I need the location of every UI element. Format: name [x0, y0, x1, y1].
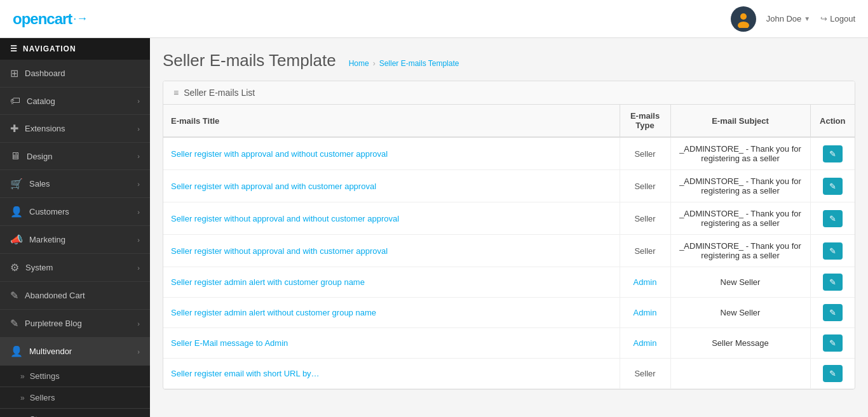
catalog-icon: 🏷: [10, 95, 20, 107]
logo: opencart ·→: [13, 10, 88, 28]
dashboard-icon: ⊞: [10, 67, 18, 79]
edit-button[interactable]: ✎: [823, 274, 843, 291]
edit-button[interactable]: ✎: [823, 145, 843, 162]
edit-button[interactable]: ✎: [823, 304, 843, 321]
chevron-down-icon: ▼: [804, 15, 810, 22]
sidebar-item-label: Catalog: [27, 96, 55, 106]
sidebar-item-label: Customers: [29, 207, 69, 216]
sidebar-subitem-sellers[interactable]: » Sellers: [0, 387, 150, 402]
edit-button[interactable]: ✎: [823, 242, 843, 260]
emails-list-card: ≡ Seller E-mails List E-mails Title E-ma…: [163, 81, 855, 390]
action-cell: ✎: [810, 328, 855, 359]
chevron-right-icon: ›: [137, 264, 140, 272]
card-header: ≡ Seller E-mails List: [163, 81, 855, 105]
breadcrumb-home[interactable]: Home: [349, 59, 369, 68]
sidebar-item-abandoned-cart[interactable]: ✎ Abandoned Cart: [0, 282, 150, 310]
extensions-icon: ✚: [10, 122, 18, 135]
sidebar-item-design[interactable]: 🖥 Design ›: [0, 143, 150, 170]
sidebar-item-marketing[interactable]: 📣 Marketing ›: [0, 226, 150, 254]
sidebar-item-system[interactable]: ⚙ System ›: [0, 254, 150, 282]
design-icon: 🖥: [10, 150, 20, 162]
col-emails-type: E-mails Type: [620, 105, 670, 137]
edit-icon: ✎: [829, 338, 836, 348]
email-title-cell: Seller register with approval and withou…: [163, 137, 620, 170]
abandoned-cart-icon: ✎: [10, 289, 18, 301]
sidebar-item-catalog[interactable]: 🏷 Catalog ›: [0, 88, 150, 115]
email-title-link[interactable]: Seller register without approval and wit…: [171, 246, 388, 256]
chevron-right-icon: ›: [137, 152, 140, 160]
edit-button[interactable]: ✎: [823, 334, 843, 352]
email-title-link[interactable]: Seller register with approval and withou…: [171, 149, 388, 159]
multivendor-icon: 👤: [10, 345, 23, 357]
sidebar-item-label: System: [25, 263, 53, 272]
email-subject-cell: Seller Message: [670, 328, 810, 359]
logo-text: opencart: [13, 10, 72, 28]
email-title-link[interactable]: Seller register without approval and wit…: [171, 214, 399, 223]
sidebar-item-label: Sales: [29, 179, 50, 189]
system-icon: ⚙: [10, 261, 19, 274]
logout-button[interactable]: ↪ Logout: [820, 14, 855, 23]
sub-dot-icon: »: [20, 372, 25, 381]
chevron-right-icon: ›: [137, 236, 140, 244]
user-menu[interactable]: John Doe ▼: [766, 14, 811, 23]
edit-button[interactable]: ✎: [823, 210, 843, 227]
email-title-link[interactable]: Seller register admin alert without cust…: [171, 308, 376, 317]
edit-button[interactable]: ✎: [823, 178, 843, 195]
sidebar-item-dashboard[interactable]: ⊞ Dashboard: [0, 60, 150, 88]
table-row: Seller register with approval and with c…: [163, 170, 855, 202]
email-title-cell: Seller register admin alert without cust…: [163, 298, 620, 328]
email-type-cell: Admin: [620, 267, 670, 298]
email-title-link[interactable]: Seller register with approval and with c…: [171, 182, 376, 191]
sidebar-item-label: Multivendor: [29, 347, 72, 356]
logout-label: Logout: [830, 14, 855, 23]
sidebar-subitem-label: Sellers: [30, 393, 55, 402]
email-title-cell: Seller register admin alert with custome…: [163, 267, 620, 298]
chevron-right-icon: ›: [137, 125, 140, 133]
edit-icon: ✎: [829, 182, 836, 191]
sidebar-item-label: Dashboard: [25, 69, 65, 78]
sidebar-item-sales[interactable]: 🛒 Sales ›: [0, 170, 150, 198]
page-header: Seller E-mails Template Home › Seller E-…: [163, 51, 855, 70]
table-row: Seller register without approval and wit…: [163, 235, 855, 267]
email-type-cell: Seller: [620, 202, 670, 235]
marketing-icon: 📣: [10, 234, 23, 246]
blog-icon: ✎: [10, 317, 18, 329]
email-title-cell: Seller register with approval and with c…: [163, 170, 620, 202]
email-subject-cell: New Seller: [670, 298, 810, 328]
col-emails-title: E-mails Title: [163, 105, 620, 137]
sidebar-item-multivendor[interactable]: 👤 Multivendor ›: [0, 338, 150, 366]
sidebar-subitem-settings[interactable]: » Settings: [0, 366, 150, 387]
chevron-right-icon: ›: [137, 97, 140, 105]
sidebar-item-extensions[interactable]: ✚ Extensions ›: [0, 115, 150, 143]
edit-icon: ✎: [829, 246, 836, 256]
list-icon: ≡: [173, 88, 179, 98]
page-title: Seller E-mails Template: [163, 51, 336, 70]
svg-point-1: [740, 13, 747, 20]
nav-header-label: NAVIGATION: [23, 44, 76, 53]
logout-icon: ↪: [820, 14, 827, 23]
table-row: Seller register without approval and wit…: [163, 202, 855, 235]
chevron-right-icon: ›: [137, 320, 140, 328]
email-title-link[interactable]: Seller register email with short URL by…: [171, 369, 320, 378]
email-type-cell: Seller: [620, 137, 670, 170]
action-cell: ✎: [810, 235, 855, 267]
sidebar-item-purpletree-blog[interactable]: ✎ Purpletree Blog ›: [0, 310, 150, 338]
main-content: Seller E-mails Template Home › Seller E-…: [150, 38, 868, 402]
nav-header: ☰ NAVIGATION: [0, 38, 150, 60]
sidebar-item-label: Extensions: [25, 124, 65, 133]
edit-button[interactable]: ✎: [823, 365, 843, 382]
email-title-link[interactable]: Seller E-Mail message to Admin: [171, 338, 288, 348]
chevron-right-icon: ›: [137, 180, 140, 188]
action-cell: ✎: [810, 267, 855, 298]
edit-icon: ✎: [829, 277, 836, 287]
breadcrumb: Home › Seller E-mails Template: [349, 59, 459, 68]
sidebar-item-customers[interactable]: 👤 Customers ›: [0, 198, 150, 226]
email-subject-cell: New Seller: [670, 267, 810, 298]
sidebar-subitem-label: Settings: [30, 371, 60, 381]
edit-icon: ✎: [829, 308, 836, 317]
header: opencart ·→ John Doe ▼ ↪ Logout: [0, 0, 868, 38]
edit-icon: ✎: [829, 149, 836, 159]
action-cell: ✎: [810, 202, 855, 235]
email-title-link[interactable]: Seller register admin alert with custome…: [171, 277, 365, 287]
table-row: Seller register admin alert without cust…: [163, 298, 855, 328]
